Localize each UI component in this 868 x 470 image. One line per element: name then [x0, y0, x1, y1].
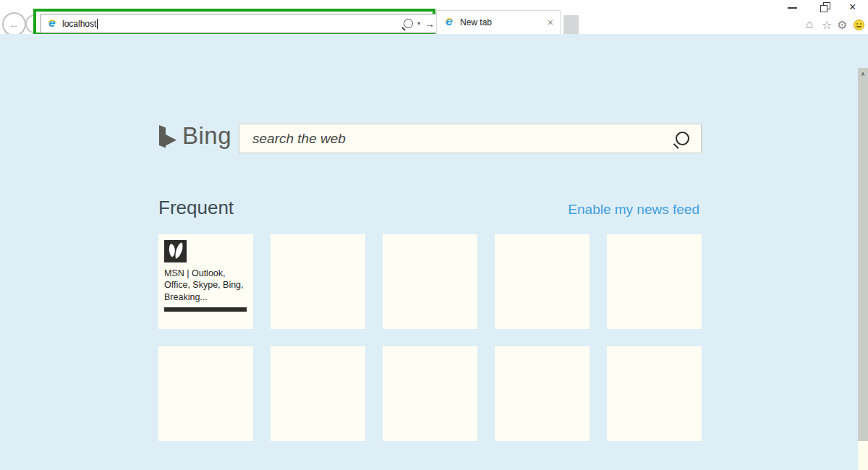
frequent-tile-empty[interactable]: [607, 234, 702, 329]
frequent-tile-empty[interactable]: [271, 234, 365, 329]
favorites-star-icon[interactable]: ☆: [822, 18, 832, 32]
tab-close-icon[interactable]: ×: [548, 17, 553, 27]
tab-title: New tab: [460, 17, 492, 27]
bing-search-input[interactable]: search the web: [239, 124, 702, 153]
frequent-tile-empty[interactable]: [383, 234, 477, 329]
enable-news-feed-link[interactable]: Enable my news feed: [568, 202, 699, 218]
ie-favicon: e: [443, 17, 455, 28]
annotation-highlight-box: e localhost ▾ →: [33, 9, 435, 35]
msn-logo-icon: [164, 240, 187, 262]
minimize-button[interactable]: [788, 7, 797, 9]
settings-gear-icon[interactable]: ⚙: [837, 18, 847, 32]
new-tab-button[interactable]: [563, 15, 579, 34]
browser-chrome: ← → e localhost ▾ → e New tab ×: [0, 0, 868, 34]
address-dropdown-icon[interactable]: ▾: [417, 20, 420, 27]
frequent-tiles-grid: MSN | Outlook, Office, Skype, Bing, Brea…: [158, 234, 702, 441]
close-button[interactable]: ×: [849, 1, 856, 14]
search-placeholder: search the web: [252, 131, 346, 147]
tile-title: MSN | Outlook, Office, Skype, Bing, Brea…: [164, 268, 249, 303]
tile-frequency-bar: [164, 307, 247, 312]
vertical-scrollbar[interactable]: ∧ ∨: [858, 68, 868, 470]
frequent-tile-empty[interactable]: [495, 234, 590, 329]
frequent-heading: Frequent: [158, 197, 234, 219]
bing-logo-text: Bing: [182, 122, 231, 150]
feedback-smiley-icon[interactable]: [854, 20, 864, 30]
address-url[interactable]: localhost: [62, 19, 96, 29]
frequent-tile-msn[interactable]: MSN | Outlook, Office, Skype, Bing, Brea…: [158, 234, 253, 329]
new-tab-page: Bing search the web Frequent Enable my n…: [0, 34, 868, 470]
frequent-tile-empty[interactable]: [271, 346, 365, 441]
restore-button[interactable]: [820, 2, 831, 13]
back-icon: ←: [9, 18, 20, 31]
scrollbar-thumb[interactable]: [858, 68, 868, 441]
tab-new-tab[interactable]: e New tab ×: [436, 10, 561, 34]
bing-logo-icon: [154, 124, 179, 150]
home-icon[interactable]: ⌂: [806, 17, 813, 32]
scroll-up-icon[interactable]: ∧: [858, 71, 868, 77]
frequent-tile-empty[interactable]: [158, 346, 253, 441]
search-magnifier-icon[interactable]: [676, 132, 689, 145]
search-icon[interactable]: [404, 19, 413, 28]
back-button[interactable]: ←: [2, 12, 26, 36]
ie-favicon: e: [46, 18, 58, 30]
go-arrow-icon[interactable]: →: [425, 18, 435, 30]
address-bar[interactable]: e localhost ▾ →: [41, 14, 441, 33]
frequent-tile-empty[interactable]: [383, 346, 477, 441]
frequent-tile-empty[interactable]: [607, 346, 702, 441]
text-caret: [97, 19, 98, 29]
frequent-tile-empty[interactable]: [495, 346, 590, 441]
